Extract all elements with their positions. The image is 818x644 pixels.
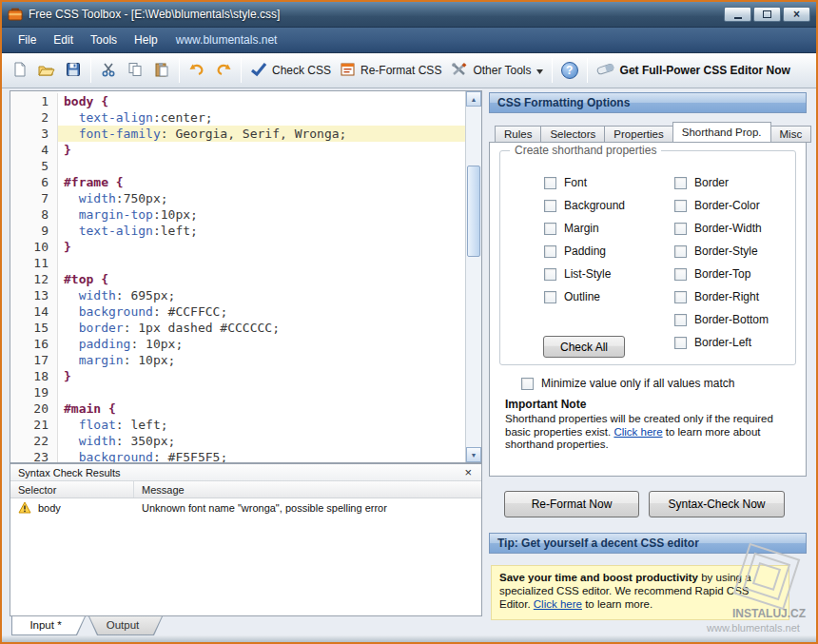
tab-rules[interactable]: Rules (495, 126, 541, 143)
checkbox-box[interactable] (674, 245, 687, 258)
checkbox-border-left[interactable]: Border-Left (674, 336, 769, 349)
checkbox-border-style[interactable]: Border-Style (674, 244, 769, 258)
reformat-now-button[interactable]: Re-Format Now (504, 491, 639, 517)
scroll-up-icon[interactable]: ▲ (466, 91, 481, 107)
checkbox-box[interactable] (674, 314, 687, 326)
checkbox-border-right[interactable]: Border-Right (674, 290, 769, 303)
open-button[interactable] (33, 57, 60, 84)
checkbox-border-top[interactable]: Border-Top (674, 267, 769, 281)
tab-properties[interactable]: Properties (605, 126, 672, 143)
blumentals-link[interactable]: www.blumentals.net (166, 29, 287, 51)
code-line-17[interactable]: 17 margin: 10px; (10, 352, 465, 368)
checkbox-box[interactable] (674, 200, 687, 212)
checkbox-box[interactable] (674, 291, 687, 303)
get-editor-promo-button[interactable]: Get Full-Power CSS Editor Now (592, 57, 795, 84)
checkbox-background[interactable]: Background (544, 199, 625, 212)
help-button[interactable]: ? (556, 57, 583, 84)
code-line-19[interactable]: 19 (10, 384, 465, 400)
code-line-6[interactable]: 6#frame { (10, 174, 465, 190)
menu-item-help[interactable]: Help (126, 29, 166, 51)
column-selector[interactable]: Selector (10, 481, 134, 498)
tab-misc[interactable]: Misc (771, 126, 812, 143)
close-button[interactable]: × (783, 7, 810, 22)
save-button[interactable] (60, 57, 87, 84)
code-line-10[interactable]: 10} (10, 239, 465, 255)
menu-item-tools[interactable]: Tools (82, 29, 126, 51)
minimize-button[interactable] (724, 7, 751, 22)
checkbox-border[interactable]: Border (674, 176, 769, 189)
check-css-button[interactable]: Check CSS (245, 57, 336, 84)
paste-button[interactable] (148, 57, 175, 84)
code-line-9[interactable]: 9 text-align:left; (10, 223, 465, 239)
checkbox-box[interactable] (674, 337, 687, 349)
code-line-5[interactable]: 5 (10, 158, 465, 174)
checkbox-box[interactable] (674, 177, 687, 189)
toolbar-separator (90, 58, 91, 83)
code-line-12[interactable]: 12#top { (10, 271, 465, 287)
checkbox-box[interactable] (521, 378, 534, 390)
code-line-16[interactable]: 16 padding: 10px; (10, 336, 465, 352)
checkbox-box[interactable] (544, 177, 556, 189)
code-line-4[interactable]: 4} (10, 142, 465, 158)
check-all-button[interactable]: Check All (543, 336, 625, 358)
menu-item-file[interactable]: File (10, 29, 45, 51)
checkbox-box[interactable] (544, 268, 556, 281)
other-tools-button[interactable]: Other Tools (446, 57, 547, 84)
undo-button[interactable] (184, 57, 210, 84)
code-line-14[interactable]: 14 background: #CCFFCC; (10, 303, 465, 320)
tab-selectors[interactable]: Selectors (541, 126, 605, 143)
code-line-15[interactable]: 15 border: 1px dashed #CCCCCC; (10, 320, 465, 336)
note-click-here-link[interactable]: Click here (614, 426, 662, 438)
code-line-20[interactable]: 20#main { (10, 400, 465, 417)
code-line-13[interactable]: 13 width: 695px; (10, 287, 465, 303)
reformat-css-button[interactable]: Re-Format CSS (336, 57, 446, 84)
syntax-check-now-button[interactable]: Syntax-Check Now (649, 491, 785, 517)
code-editor[interactable]: 1body {2 text-align:center;3 font-family… (10, 90, 482, 463)
checkbox-padding[interactable]: Padding (544, 244, 625, 258)
code-line-7[interactable]: 7 width:750px; (10, 190, 465, 206)
checkbox-outline[interactable]: Outline (544, 290, 625, 303)
scrollbar-thumb[interactable] (467, 166, 480, 257)
menu-item-edit[interactable]: Edit (45, 29, 82, 51)
cut-button[interactable] (95, 57, 122, 84)
checkbox-box[interactable] (544, 223, 556, 235)
column-message[interactable]: Message (134, 484, 481, 496)
checkbox-box[interactable] (674, 268, 687, 281)
redo-button[interactable] (210, 57, 237, 84)
editor-scrollbar[interactable]: ▲ ▼ (465, 91, 481, 462)
code-line-1[interactable]: 1body { (10, 93, 465, 109)
scroll-down-icon[interactable]: ▼ (466, 447, 481, 462)
checkbox-box[interactable] (674, 223, 687, 235)
checkbox-margin[interactable]: Margin (544, 222, 625, 235)
checkbox-label: Background (564, 199, 625, 212)
code-line-22[interactable]: 22 width: 350px; (10, 433, 465, 449)
checkbox-border-bottom[interactable]: Border-Bottom (674, 313, 769, 326)
checkbox-minimize-value[interactable]: Minimize value only if all values match (521, 377, 734, 390)
new-button[interactable] (7, 57, 33, 84)
tab-shorthand-prop[interactable]: Shorthand Prop. (672, 122, 771, 143)
code-line-8[interactable]: 8 margin-top:10px; (10, 206, 465, 223)
checkbox-box[interactable] (544, 245, 556, 258)
code-line-21[interactable]: 21 float: left; (10, 417, 465, 433)
tab-input[interactable]: Input * (11, 616, 86, 635)
copy-button[interactable] (122, 57, 148, 84)
code-line-3[interactable]: 3 font-family: Georgia, Serif, Wronga; (10, 126, 465, 142)
tip-click-here-link[interactable]: Click here (534, 598, 582, 610)
checkbox-font[interactable]: Font (544, 176, 625, 189)
shorthand-left-column: FontBackgroundMarginPaddingList-StyleOut… (544, 176, 625, 313)
code-line-11[interactable]: 11 (10, 255, 465, 271)
window-title: Free CSS Toolbox - [E:\Web\blumentals\st… (29, 8, 280, 21)
shorthand-groupbox: Create shorthand properties FontBackgrou… (499, 150, 796, 365)
checkbox-box[interactable] (544, 200, 556, 212)
checkbox-border-width[interactable]: Border-Width (674, 222, 769, 235)
code-line-23[interactable]: 23 background: #F5F5F5; (10, 449, 465, 462)
checkbox-border-color[interactable]: Border-Color (674, 199, 769, 212)
maximize-button[interactable] (753, 7, 781, 22)
checkbox-box[interactable] (544, 291, 556, 303)
results-close-icon[interactable]: × (462, 466, 474, 478)
code-line-2[interactable]: 2 text-align:center; (10, 109, 465, 126)
checkbox-list-style[interactable]: List-Style (544, 267, 625, 281)
result-row[interactable]: bodyUnknown font name "wronga", possible… (10, 498, 481, 517)
code-line-18[interactable]: 18} (10, 368, 465, 384)
tab-output[interactable]: Output (88, 616, 163, 635)
